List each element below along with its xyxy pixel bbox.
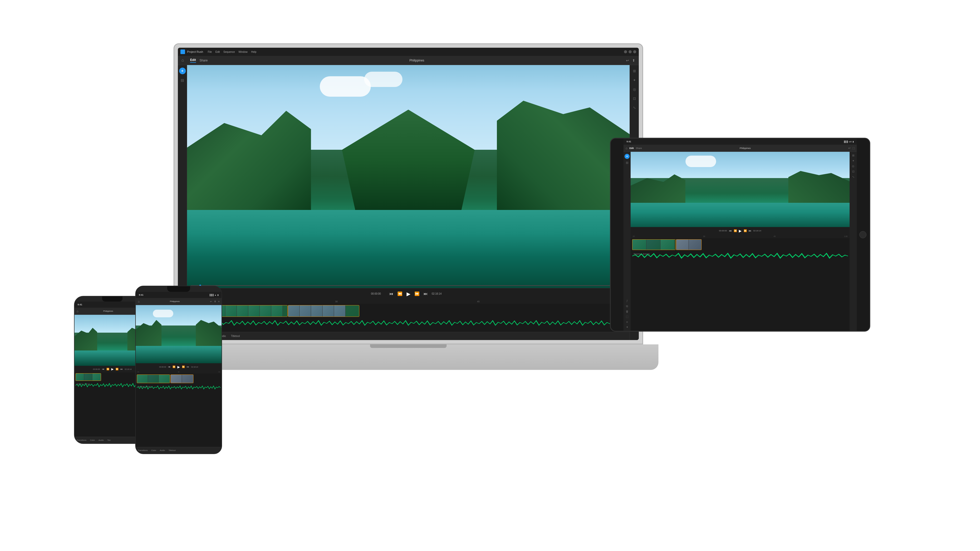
- export-icon[interactable]: ⬆: [632, 59, 635, 62]
- tablet-export-icon[interactable]: ⬚: [853, 147, 855, 149]
- tablet-ruler-45: 45: [773, 235, 776, 237]
- tab-share[interactable]: Share: [200, 59, 208, 62]
- phone-right-skip-fwd[interactable]: ⏭: [187, 365, 189, 368]
- video-frame: [187, 65, 630, 288]
- phone-right-tab-color[interactable]: Color: [151, 449, 156, 451]
- phone-left-skip-fwd[interactable]: ⏭: [121, 368, 123, 370]
- tablet-copy-icon[interactable]: ⧉: [626, 305, 628, 308]
- phone-right-tab-titletool[interactable]: Titletool: [169, 449, 176, 451]
- tablet-next-btn[interactable]: ⏩: [744, 229, 747, 232]
- clip-thumb-7: [260, 305, 271, 317]
- tablet-right-transform-icon[interactable]: ⤡: [852, 175, 854, 179]
- phone-right-tab-transitions[interactable]: Transitions: [138, 449, 148, 451]
- tablet-skip-fwd-btn[interactable]: ⏭: [749, 229, 751, 232]
- tablet-clip-2[interactable]: [676, 239, 702, 250]
- tablet-export2-icon[interactable]: ⬚: [626, 315, 628, 318]
- menu-window[interactable]: Window: [239, 51, 248, 53]
- menu-file[interactable]: File: [208, 51, 212, 53]
- phone-left-thumb-3: [92, 373, 101, 381]
- menu-sequence[interactable]: Sequence: [223, 51, 235, 53]
- tablet-settings-icon[interactable]: ✦: [626, 326, 628, 329]
- phone-left-time: 9:41: [78, 303, 82, 306]
- phone-left-skip-back[interactable]: ⏮: [102, 368, 104, 370]
- phone-left-tab-transitions[interactable]: Transitions: [76, 439, 86, 441]
- next-btn[interactable]: ⏩: [414, 291, 420, 296]
- tablet-right-fx-icon[interactable]: ✦: [852, 159, 854, 162]
- phone-right-next[interactable]: ⏩: [182, 365, 185, 368]
- prev-btn[interactable]: ⏪: [397, 291, 402, 296]
- phone-right-tab-audio[interactable]: Audio: [160, 449, 165, 451]
- phone-right-menu-icon[interactable]: ≡: [218, 300, 220, 303]
- phone-right-thumb-2: [148, 375, 159, 383]
- play-btn[interactable]: ▶: [407, 291, 410, 297]
- tablet-prev-btn[interactable]: ⏪: [734, 229, 737, 232]
- skip-back-btn[interactable]: ⏮: [389, 292, 393, 296]
- tablet-home-button[interactable]: [859, 231, 866, 238]
- phone-right-clip-1[interactable]: [137, 375, 170, 383]
- undo-icon[interactable]: ↩: [626, 59, 629, 62]
- phone-right-skip-back[interactable]: ⏮: [168, 365, 170, 368]
- battery-icon: ▮: [853, 141, 854, 143]
- tablet-share-icon[interactable]: ⤴: [626, 300, 628, 303]
- tablet-skip-back-btn[interactable]: ⏮: [729, 229, 732, 232]
- tablet-tab-edit[interactable]: Edit: [629, 147, 634, 149]
- home-icon[interactable]: ⌂: [181, 58, 186, 63]
- add-button[interactable]: +: [179, 68, 186, 74]
- tab-edit[interactable]: Edit: [190, 58, 196, 63]
- tablet-time-total: 02:16:14: [753, 230, 761, 232]
- media-icon[interactable]: ▤: [179, 77, 186, 83]
- phone-right-undo-icon[interactable]: ↩: [210, 300, 212, 303]
- menu-help[interactable]: Help: [251, 51, 256, 53]
- tablet-tab-share[interactable]: Share: [636, 147, 642, 149]
- tab-titletool[interactable]: Titletool: [231, 335, 240, 338]
- phone-right-thumb-1: [137, 375, 148, 383]
- phone-left-tab-audio[interactable]: Audio: [99, 439, 103, 441]
- close-btn[interactable]: [633, 50, 636, 53]
- tablet-thumb-1: [632, 240, 646, 250]
- crop-icon[interactable]: ⊞: [631, 68, 638, 74]
- grid-icon[interactable]: ⊡: [631, 95, 638, 102]
- minimize-btn[interactable]: [624, 50, 627, 53]
- tablet-clip-1[interactable]: [632, 239, 676, 250]
- skip-fwd-btn[interactable]: ⏭: [424, 292, 428, 296]
- phone-left-tab-color[interactable]: Color: [90, 439, 95, 441]
- transform-icon[interactable]: ⤡: [631, 104, 638, 111]
- phone-right-signal-icon: ▐▐▐: [209, 294, 213, 296]
- phone-right-prev[interactable]: ⏪: [172, 365, 175, 368]
- tablet-media-icon[interactable]: ▤: [626, 161, 628, 164]
- maximize-btn[interactable]: [628, 50, 632, 53]
- phone-right-time-total: 02:16:14: [191, 366, 198, 368]
- phone-left-play[interactable]: ▶: [111, 367, 114, 371]
- tablet-waveform-svg: [632, 252, 848, 260]
- tablet-play-btn[interactable]: ▶: [739, 229, 741, 233]
- phone-right-play[interactable]: ▶: [177, 365, 180, 369]
- tablet-list-icon[interactable]: ≡: [626, 321, 628, 324]
- tablet-video-track: [631, 238, 850, 251]
- tablet-thumb-2: [646, 240, 660, 250]
- tablet-delete-icon[interactable]: 🗑: [626, 310, 628, 313]
- phone-left-prev[interactable]: ⏪: [107, 368, 109, 370]
- phone-left-clip-1[interactable]: [76, 373, 101, 381]
- phone-right-share-icon[interactable]: ⬆: [214, 300, 216, 303]
- playhead-bar[interactable]: [191, 285, 626, 286]
- menu-edit[interactable]: Edit: [215, 51, 220, 53]
- tablet-right-adj-icon[interactable]: ◎: [852, 165, 854, 168]
- phone-left-home-icon[interactable]: ⌂: [76, 310, 78, 313]
- tablet-right-grid-icon[interactable]: ⊡: [852, 170, 854, 173]
- tablet-undo-icon[interactable]: ↩: [848, 147, 850, 149]
- cloud-1: [320, 76, 371, 97]
- clip-thumb-5: [237, 305, 248, 317]
- tablet-right-crop-icon[interactable]: ⊞: [852, 154, 854, 157]
- phone-left-next[interactable]: ⏩: [116, 368, 118, 370]
- tablet-add-btn[interactable]: +: [625, 154, 630, 159]
- tablet-app-ui: 9:41 ▐▐▐ wifi ▮ ⌂ Edit Share Philippines: [624, 138, 857, 331]
- phone-left-tab-too[interactable]: Too: [107, 439, 110, 441]
- video-clip-2[interactable]: [288, 305, 360, 317]
- phone-right-clip-2[interactable]: [170, 375, 193, 383]
- phone-right-home-icon[interactable]: ⌂: [138, 300, 140, 303]
- clip2-thumb-2: [300, 305, 311, 317]
- adjust-icon[interactable]: ◎: [631, 86, 638, 93]
- tablet-home-icon[interactable]: ⌂: [625, 146, 627, 150]
- phone-left-time-total: 02:16:14: [125, 368, 132, 370]
- effects-icon[interactable]: ✦: [631, 77, 638, 83]
